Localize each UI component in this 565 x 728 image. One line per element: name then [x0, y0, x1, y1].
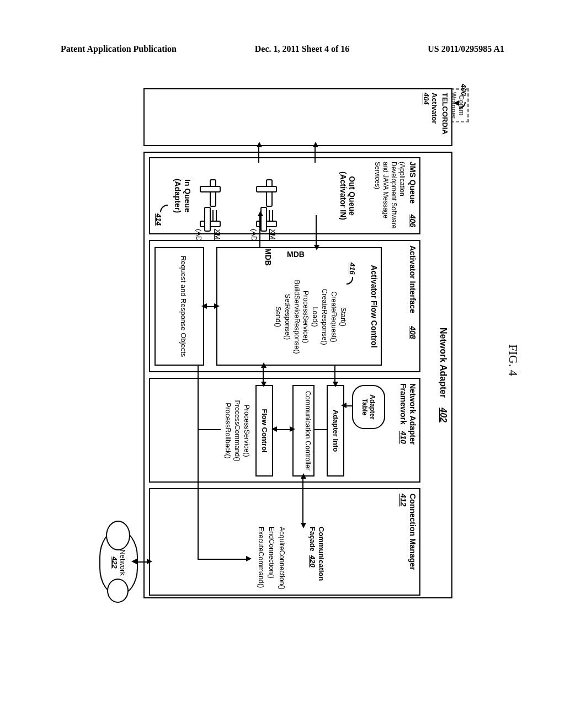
header-right: US 2011/0295985 A1: [428, 44, 504, 54]
adapter-table-box: Adapter Table: [352, 385, 385, 429]
arrow: [198, 366, 199, 559]
arrowhead-icon: [261, 362, 266, 368]
arrowhead-icon: [333, 382, 338, 387]
arrowhead-icon: [313, 142, 318, 147]
pointer-curve-414: [160, 205, 168, 212]
jms-note: (Application Development Software and JA…: [373, 158, 406, 233]
arrowhead-icon: [301, 523, 306, 528]
arrowhead-icon: [301, 473, 306, 479]
na-fw-ref: 410: [399, 431, 408, 443]
fc-process-rollback: ProcessRollback(): [223, 385, 232, 477]
method-build-service-response: BuildServiceResponse(): [292, 275, 301, 359]
activator-if-title: Activator Interface: [408, 245, 417, 313]
method-send: Send(): [273, 275, 282, 359]
facade-end: EndConnection(): [266, 527, 277, 598]
network-cloud: Network 422: [99, 529, 138, 596]
facade-methods: AcquireConnection() EndConnection() Exec…: [256, 527, 287, 598]
out-queue-sub: (Activator IN): [339, 158, 348, 233]
ref-414: 414: [154, 213, 163, 226]
reqresp-label: Request and Response Objects: [179, 248, 203, 365]
header-left: Patent Application Publication: [61, 44, 177, 54]
arrowhead-icon: [246, 556, 252, 561]
network-adapter-ref: 402: [439, 408, 448, 422]
flow-control-label: Flow Control: [260, 386, 272, 475]
fc-methods: ProcessService() ProcessCommand() Proces…: [223, 385, 251, 477]
out-queue-label: Out Queue: [348, 158, 356, 233]
arrowhead-icon: [454, 100, 459, 106]
request-response-box: Request and Response Objects: [154, 247, 204, 366]
header-center: Dec. 1, 2011 Sheet 4 of 16: [255, 44, 350, 54]
cloud-ref: 422: [110, 556, 119, 569]
arrowhead-icon: [257, 142, 262, 147]
afc-title: Activator Flow Control: [370, 248, 381, 365]
mdb-label: MDB: [264, 248, 273, 266]
in-queue-sub: (Adapter): [173, 158, 182, 233]
telcordia-title: TELCORDIA: [439, 89, 451, 145]
arrow: [302, 477, 303, 525]
facade-exec: ExecuteCommand(): [256, 527, 266, 598]
method-create-request: CreateRequest(): [329, 275, 338, 359]
adapter-info-box: Adapter Info: [327, 385, 344, 477]
figure-caption: FIG. 4: [506, 333, 520, 388]
ref-400: 400: [460, 84, 468, 96]
telcordia-ref: 404: [422, 89, 430, 145]
in-queue-icon: [199, 179, 221, 232]
arrowhead-icon: [201, 303, 207, 309]
comm-controller-box: Communication Controller: [292, 385, 315, 477]
jms-queue-box: JMS Queue 406 (Application Development S…: [149, 157, 420, 234]
afc-methods: Start() CreateRequest() CreateResponse()…: [273, 275, 348, 359]
diagram-rotated-container: 400 TELCORDIA Activator 404 Network Adap…: [17, 138, 535, 557]
facade-acquire: AcquireConnection(): [276, 527, 287, 598]
method-set-response: SetResponse(): [282, 275, 292, 359]
arrowhead-icon: [341, 403, 347, 408]
diagram: 400 TELCORDIA Activator 404 Network Adap…: [83, 88, 469, 607]
arrowhead-icon: [147, 559, 152, 564]
arrow: [315, 429, 327, 430]
arrow: [199, 429, 221, 430]
conn-mgr-ref: 412: [399, 494, 408, 506]
adapter-table-label: Adapter Table: [360, 386, 384, 428]
jms-ref: 406: [408, 215, 417, 227]
ref-416: 416: [348, 263, 356, 275]
flow-control-box: Flow Control: [255, 385, 273, 477]
arrow: [315, 146, 316, 163]
in-queue-label: In Queue: [183, 158, 192, 233]
network-adapter-title: Network Adapter: [439, 328, 448, 398]
arrowhead-icon: [261, 382, 266, 387]
out-queue-icon: [255, 179, 277, 232]
conn-mgr-title: Connection Manager: [408, 494, 417, 570]
adapter-info-label: Adapter Info: [332, 386, 343, 475]
method-load: Load(): [311, 275, 320, 359]
arrowhead-icon: [271, 426, 277, 432]
arrowhead-icon: [290, 426, 295, 432]
comm-facade-heading: Communication Façade 420: [308, 527, 326, 596]
jms-title: JMS Queue: [408, 162, 417, 204]
arrow: [258, 146, 259, 163]
comm-controller-label: Communication Controller: [303, 386, 313, 475]
method-create-response: CreateResponse(): [319, 275, 329, 359]
mdb-vertical: MDB: [287, 250, 305, 259]
method-process-service: ProcessService(): [301, 275, 311, 359]
arrow: [198, 559, 248, 560]
cloud-label: Network: [119, 549, 127, 576]
arrow: [259, 215, 260, 247]
page-header: Patent Application Publication Dec. 1, 2…: [0, 44, 565, 54]
method-start: Start(): [338, 275, 348, 359]
arrowhead-icon: [258, 211, 263, 216]
fc-process-service: ProcessService(): [242, 385, 251, 477]
activator-if-ref: 408: [408, 326, 417, 339]
telcordia-activator-box: TELCORDIA Activator 404: [143, 88, 452, 146]
activator-flow-control-box: Activator Flow Control 416 Start() Creat…: [216, 247, 382, 366]
arrowhead-icon: [214, 303, 220, 309]
telcordia-subtitle: Activator: [430, 89, 439, 145]
fc-process-command: ProcessCommand(): [232, 385, 242, 477]
arrowhead-icon: [314, 245, 319, 250]
arrow: [316, 215, 317, 247]
